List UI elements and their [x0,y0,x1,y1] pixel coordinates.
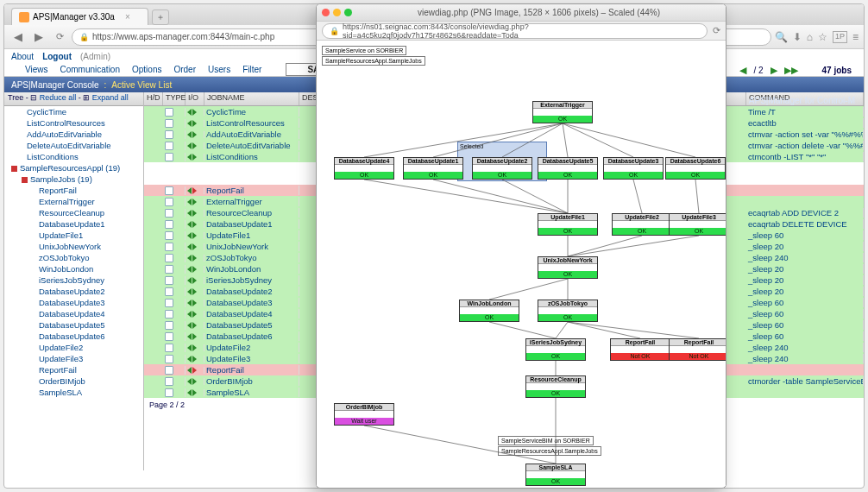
out-arrow-icon [192,154,197,161]
close-tab-icon[interactable]: × [125,12,130,22]
diagram-node[interactable]: DatabaseUpdate1OK [403,157,463,180]
tree-item[interactable]: ListConditions [4,151,143,162]
diagram-node[interactable]: UpdateFile1OK [538,213,598,236]
forward-icon[interactable]: ▶ [30,28,47,46]
diagram-node[interactable]: DatabaseUpdate6OK [665,157,726,180]
out-arrow-icon [192,344,197,351]
tree-item[interactable]: AddAutoEditVariable [4,129,143,140]
tree-item[interactable]: WinJobLondon [4,263,143,274]
tree-item[interactable]: DeleteAutoEditVariable [4,140,143,151]
diagram-node[interactable]: ReportFailNot OK [669,338,726,361]
diagram-node[interactable]: WinJobLondonOK [459,300,519,322]
diagram-node[interactable]: SampleSLAOK [525,464,586,486]
diagram-node[interactable]: OrderBIMjobWait user [334,403,394,426]
tree-item[interactable]: DatabaseUpdate6 [4,331,143,342]
back-icon[interactable]: ◀ [9,28,27,46]
node-title: DatabaseUpdate5 [538,158,597,165]
menu-order[interactable]: Order [173,65,196,74]
diagram-node[interactable]: UpdateFile2OK [612,213,672,236]
diagram-node[interactable]: DatabaseUpdate4OK [334,157,394,180]
diagram-node[interactable]: ExternalTriggerOK [532,101,593,123]
in-arrow-icon [187,344,192,351]
tree-header-prefix: Tree - [8,93,30,102]
tree-group[interactable]: SampleJobs (19) [4,173,143,185]
tree-item[interactable]: ReportFail [4,364,143,375]
node-title: UpdateFile3 [670,214,726,221]
tree-item[interactable]: DatabaseUpdate3 [4,297,143,308]
menu-communication[interactable]: Communication [60,65,120,74]
zoom-window-icon[interactable] [344,9,352,16]
page-icon [165,254,173,262]
tree-item[interactable]: UpdateFile1 [4,230,143,241]
tree-item[interactable]: zOSJobTokyo [4,252,143,263]
logout-link[interactable]: Logout [42,52,72,61]
tree-item[interactable]: UpdateFile2 [4,342,143,353]
diagram-node[interactable]: DatabaseUpdate3OK [603,157,664,180]
popup-reload-icon[interactable]: ⟳ [713,25,720,36]
diagram-node[interactable]: ReportFailNot OK [610,338,670,361]
tree-item[interactable]: DatabaseUpdate2 [4,286,143,297]
diagram-node[interactable]: DatabaseUpdate2OK [472,157,532,180]
about-link[interactable]: About [11,52,34,61]
tree-item[interactable]: SampleSLA [4,387,143,398]
tree-item[interactable]: CyclicTime [4,106,143,117]
fast-forward-icon[interactable]: ▶▶ [784,65,798,76]
in-arrow-icon [187,322,192,329]
tree-item[interactable]: DatabaseUpdate5 [4,319,143,331]
in-arrow-icon [187,311,192,318]
expand-icon[interactable]: ⊞ [83,93,90,102]
col-type[interactable]: TYPE [163,92,186,105]
in-arrow-icon [187,154,192,161]
onepass-icon[interactable]: 1P [833,31,847,43]
menu-filter[interactable]: Filter [242,65,261,74]
download-icon[interactable]: ⬇ [793,31,802,43]
tree-item[interactable]: UnixJobNewYork [4,241,143,252]
diagram-node[interactable]: DatabaseUpdate5OK [538,157,598,180]
search-icon[interactable]: 🔍 [775,31,788,43]
expand-all-link[interactable]: Expand all [92,93,129,102]
tree-item[interactable]: ListControlResources [4,117,143,129]
reload-icon[interactable]: ⟳ [51,28,68,46]
popup-url-field[interactable]: 🔒 https://ns01.seignac.com:8443/console/… [322,23,708,39]
browser-tab[interactable]: APS|Manager v3.30a × [11,8,148,25]
tree-item[interactable]: ReportFail [4,185,143,196]
minimize-window-icon[interactable] [333,9,341,16]
menu-users[interactable]: Users [208,65,230,74]
diagram-canvas[interactable]: SampleService on SORBIER SampleResources… [317,41,726,486]
tree-item[interactable]: ResourceCleanup [4,207,143,218]
menu-views[interactable]: Views [25,65,48,74]
star-icon[interactable]: ☆ [818,31,827,43]
tree-group[interactable]: SampleResourcesAppl (19) [4,162,143,173]
diagram-node[interactable]: ResourceCleanupOK [525,375,586,398]
out-arrow-icon [192,199,197,205]
reduce-all-link[interactable]: Reduce all [40,93,77,102]
next-page-icon[interactable]: ▶ [771,65,777,76]
diagram-node[interactable]: UnixJobNewYorkOK [538,256,598,279]
tree-item[interactable]: iSeriesJobSydney [4,274,143,286]
node-title: DatabaseUpdate6 [666,158,725,165]
out-arrow-icon [192,232,197,239]
tree-item[interactable]: DatabaseUpdate4 [4,308,143,319]
prev-page-icon[interactable]: ◀ [739,65,746,76]
diagram-node[interactable]: zOSJobTokyoOK [538,300,598,322]
menu-icon[interactable]: ≡ [852,31,859,43]
new-tab-button[interactable]: ＋ [152,9,169,25]
tree-item[interactable]: ExternalTrigger [4,196,143,207]
node-status: OK [473,172,531,179]
menu-options[interactable]: Options [132,65,161,74]
diagram-node[interactable]: UpdateFile3OK [669,213,726,236]
cell-command: _sleep 20 [746,242,864,251]
out-arrow-icon [192,356,197,363]
node-status: OK [604,172,663,179]
collapse-icon[interactable]: ⊟ [30,93,37,102]
home-icon[interactable]: ⌂ [807,31,813,43]
col-hd[interactable]: H/D [144,92,163,105]
tree-item[interactable]: OrderBIMjob [4,375,143,387]
col-jobname[interactable]: JOBNAME [204,92,299,105]
lock-icon: 🔒 [79,33,89,41]
tree-item[interactable]: UpdateFile3 [4,353,143,364]
tree-item[interactable]: DatabaseUpdate1 [4,218,143,230]
diagram-node[interactable]: iSeriesJobSydneyOK [525,338,586,361]
close-window-icon[interactable] [322,9,330,16]
col-io[interactable]: I/O [186,92,204,105]
